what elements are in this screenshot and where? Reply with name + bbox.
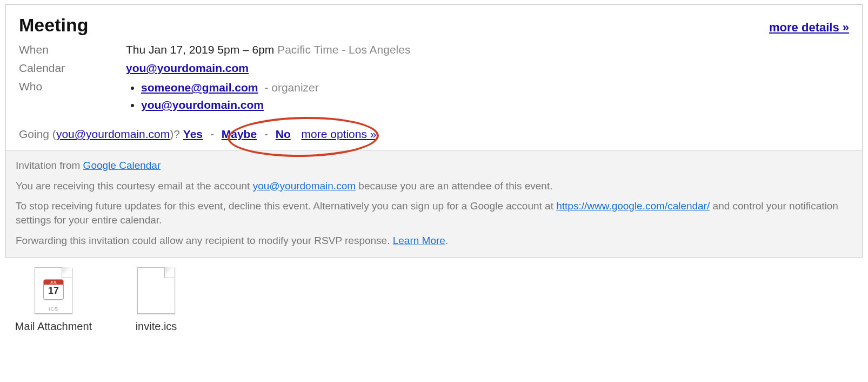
attachment-label: Mail Attachment	[15, 320, 92, 333]
event-title: Meeting	[19, 15, 88, 36]
who-row: Who someone@gmail.com - organizer you@yo…	[19, 80, 849, 116]
footer-text: because you are an attendee of this even…	[356, 180, 552, 192]
footer-text: Invitation from	[16, 160, 83, 171]
ics-ext-label: ICS	[35, 306, 72, 312]
list-item: you@yourdomain.com	[141, 98, 319, 111]
going-suffix: )?	[170, 128, 183, 140]
who-label: Who	[19, 80, 126, 93]
google-calendar-link[interactable]: Google Calendar	[83, 160, 161, 171]
when-value: Thu Jan 17, 2019 5pm – 6pm Pacific Time …	[126, 43, 410, 56]
calendar-label: Calendar	[19, 62, 126, 75]
going-prefix: Going (	[19, 128, 56, 140]
rsvp-sep: -	[206, 128, 222, 140]
calendar-row: Calendar you@yourdomain.com	[19, 62, 849, 75]
when-timezone: Pacific Time - Los Angeles	[277, 43, 410, 56]
blank-file-icon	[137, 267, 175, 314]
footer-text: .	[445, 235, 448, 246]
list-item: someone@gmail.com - organizer	[141, 81, 319, 94]
attachment-mail[interactable]: JUL 17 ICS Mail Attachment	[13, 267, 94, 333]
attendee-email-link[interactable]: you@yourdomain.com	[141, 98, 264, 111]
organizer-suffix: - organizer	[261, 81, 318, 94]
more-details-link[interactable]: more details »	[769, 21, 849, 35]
invite-card: Meeting more details » When Thu Jan 17, …	[5, 4, 863, 258]
rsvp-yes-button[interactable]: Yes	[183, 128, 203, 140]
when-datetime: Thu Jan 17, 2019 5pm – 6pm	[126, 43, 277, 56]
footer-text: Forwarding this invitation could allow a…	[16, 235, 393, 246]
more-options-link[interactable]: more options »	[294, 128, 377, 140]
calendar-email-link[interactable]: you@yourdomain.com	[126, 62, 249, 74]
when-label: When	[19, 43, 126, 56]
rsvp-no-button[interactable]: No	[276, 128, 291, 140]
invite-footer: Invitation from Google Calendar You are …	[6, 150, 862, 257]
going-email-link[interactable]: you@yourdomain.com	[56, 128, 170, 140]
attachment-invite-ics[interactable]: invite.ics	[116, 267, 197, 333]
footer-email-link[interactable]: you@yourdomain.com	[253, 180, 356, 192]
footer-text: You are receiving this courtesy email at…	[16, 180, 253, 192]
when-row: When Thu Jan 17, 2019 5pm – 6pm Pacific …	[19, 43, 849, 56]
cal-month: JUL	[44, 280, 63, 285]
attachment-label: invite.ics	[136, 320, 177, 333]
attendee-list: someone@gmail.com - organizer you@yourdo…	[126, 81, 319, 111]
rsvp-sep: -	[260, 128, 276, 140]
rsvp-row: Going (you@yourdomain.com)? Yes - Maybe …	[19, 128, 849, 141]
cal-day: 17	[48, 285, 59, 297]
card-body: Meeting more details » When Thu Jan 17, …	[6, 5, 862, 150]
attachments-row: JUL 17 ICS Mail Attachment invite.ics	[13, 267, 868, 333]
rsvp-maybe-button[interactable]: Maybe	[222, 128, 257, 140]
attendee-email-link[interactable]: someone@gmail.com	[141, 81, 258, 94]
footer-text: To stop receiving future updates for thi…	[16, 200, 556, 212]
ics-calendar-file-icon: JUL 17 ICS	[35, 267, 72, 314]
learn-more-link[interactable]: Learn More	[393, 235, 445, 246]
signup-url-link[interactable]: https://www.google.com/calendar/	[556, 200, 710, 212]
